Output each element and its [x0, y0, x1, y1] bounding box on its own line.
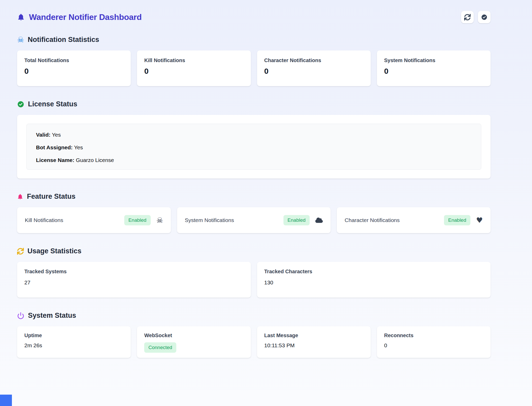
feature-status-title: Feature Status: [17, 193, 491, 201]
system-card-reconnects: Reconnects 0: [377, 326, 491, 358]
section-system-status: System Status Uptime 2m 26s WebSocket Co…: [17, 312, 491, 358]
section-title-text: System Status: [28, 312, 76, 320]
section-usage-statistics: Usage Statistics Tracked Systems 27 Trac…: [17, 247, 491, 298]
feature-status-grid: Kill Notifications Enabled ☠ System Noti…: [17, 207, 491, 233]
check-circle-icon: [481, 14, 487, 20]
confirm-button[interactable]: [478, 11, 491, 23]
status-badge: Enabled: [283, 215, 310, 225]
feature-card-character-notifications: Character Notifications Enabled ♥: [337, 207, 491, 233]
field-value: Yes: [74, 144, 83, 150]
system-status-grid: Uptime 2m 26s WebSocket Connected Last M…: [17, 326, 491, 358]
section-title-text: Feature Status: [27, 193, 76, 201]
feature-card-system-notifications: System Notifications Enabled: [177, 207, 331, 233]
system-card-last-message: Last Message 10:11:53 PM: [257, 326, 371, 358]
section-feature-status: Feature Status Kill Notifications Enable…: [17, 193, 491, 233]
feature-label: System Notifications: [185, 217, 283, 223]
feature-card-kill-notifications: Kill Notifications Enabled ☠: [17, 207, 171, 233]
section-notification-statistics: ☠ Notification Statistics Total Notifica…: [17, 36, 491, 86]
stat-label: Total Notifications: [24, 57, 123, 63]
stat-card-character-notifications: Character Notifications 0: [257, 50, 371, 86]
field-label: License Name:: [36, 157, 74, 163]
field-value: Yes: [52, 132, 61, 138]
header: Wanderer Notifier Dashboard: [17, 11, 491, 23]
header-actions: [461, 11, 491, 23]
section-title-text: License Status: [28, 100, 77, 108]
usage-card-tracked-characters: Tracked Characters 130: [257, 262, 491, 298]
stat-label: Kill Notifications: [144, 57, 243, 63]
skull-crossbones-icon: ☠: [156, 217, 163, 224]
system-value: 10:11:53 PM: [264, 342, 363, 349]
usage-value: 130: [264, 279, 484, 286]
license-field-valid: Valid: Yes: [36, 131, 472, 138]
heart-icon: ♥: [476, 217, 483, 224]
page-title: Wanderer Notifier Dashboard: [29, 12, 142, 22]
stat-value: 0: [24, 67, 123, 76]
status-badge: Enabled: [444, 215, 470, 225]
usage-value: 27: [24, 279, 244, 286]
stat-label: System Notifications: [384, 57, 483, 63]
section-title-text: Usage Statistics: [27, 247, 82, 255]
stat-value: 0: [144, 67, 243, 76]
status-badge: Enabled: [124, 215, 151, 225]
check-circle-icon: [17, 101, 24, 108]
stat-value: 0: [384, 67, 483, 76]
stat-card-system-notifications: System Notifications 0: [377, 50, 491, 86]
usage-card-tracked-systems: Tracked Systems 27: [17, 262, 251, 298]
usage-statistics-grid: Tracked Systems 27 Tracked Characters 13…: [17, 262, 491, 298]
section-title-text: Notification Statistics: [28, 36, 99, 44]
license-details-panel: Valid: Yes Bot Assigned: Yes License Nam…: [26, 124, 481, 170]
stat-card-kill-notifications: Kill Notifications 0: [137, 50, 251, 86]
system-value: 2m 26s: [24, 342, 123, 349]
license-status-title: License Status: [17, 100, 491, 108]
bottom-left-blue-strip: [0, 395, 12, 406]
section-license-status: License Status Valid: Yes Bot Assigned: …: [17, 100, 491, 179]
feature-label: Character Notifications: [345, 217, 444, 223]
refresh-button[interactable]: [461, 11, 474, 23]
license-field-license-name: License Name: Guarzo License: [36, 157, 472, 164]
usage-label: Tracked Systems: [24, 269, 244, 275]
field-value: Guarzo License: [76, 157, 114, 163]
system-card-uptime: Uptime 2m 26s: [17, 326, 131, 358]
dashboard-page: Wanderer Notifier Dashboard: [0, 0, 532, 406]
usage-statistics-title: Usage Statistics: [17, 247, 491, 255]
system-value: 0: [384, 342, 483, 349]
usage-label: Tracked Characters: [264, 269, 484, 275]
notification-statistics-title: ☠ Notification Statistics: [17, 36, 491, 44]
system-label: Last Message: [264, 333, 363, 338]
cloud-icon: [315, 217, 323, 223]
field-label: Bot Assigned:: [36, 144, 73, 150]
title-wrap: Wanderer Notifier Dashboard: [17, 12, 142, 22]
license-card: Valid: Yes Bot Assigned: Yes License Nam…: [17, 115, 491, 179]
system-status-title: System Status: [17, 312, 491, 320]
system-label: Reconnects: [384, 333, 483, 338]
system-label: Uptime: [24, 333, 123, 338]
bell-icon: [17, 193, 23, 200]
system-label: WebSocket: [144, 333, 243, 338]
license-field-bot-assigned: Bot Assigned: Yes: [36, 144, 472, 151]
notification-stats-grid: Total Notifications 0 Kill Notifications…: [17, 50, 491, 86]
stat-card-total-notifications: Total Notifications 0: [17, 50, 131, 86]
feature-label: Kill Notifications: [25, 217, 124, 223]
power-icon: [17, 312, 24, 319]
bell-icon: [17, 13, 25, 21]
system-card-websocket: WebSocket Connected: [137, 326, 251, 358]
field-label: Valid:: [36, 132, 50, 138]
connection-status-badge: Connected: [144, 342, 176, 353]
stat-value: 0: [264, 67, 363, 76]
skull-crossbones-icon: ☠: [17, 36, 24, 44]
refresh-icon: [464, 14, 471, 20]
sync-icon: [17, 248, 24, 255]
stat-label: Character Notifications: [264, 57, 363, 63]
